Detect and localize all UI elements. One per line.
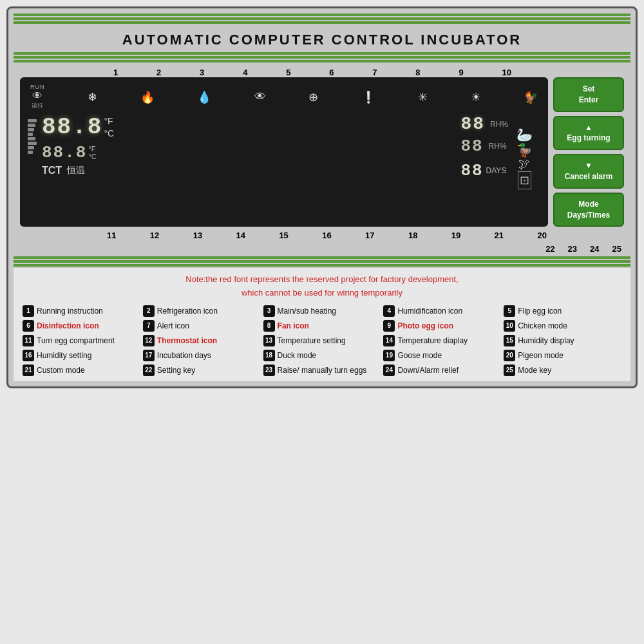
top-stripe	[14, 14, 630, 25]
label-13: 13	[193, 231, 202, 240]
legend-item-17: 17 Incubation days	[143, 350, 261, 361]
humidity-set-display: 88	[460, 137, 483, 156]
flip-egg-icon: 👁	[254, 90, 266, 104]
disinfection-icon: ⊕	[308, 90, 318, 104]
label-20: 20	[537, 231, 546, 240]
label-7: 7	[372, 68, 377, 77]
right-button-labels: 22 23 24 25	[14, 244, 630, 254]
legend-item-24: 24 Down/Alarm relief	[383, 365, 501, 376]
run-chinese-label: 运行	[32, 102, 43, 110]
display-section: RUN 👁 运行 ❄ 🔥 💧 👁 ⊕ ❕ ✳ ☀	[14, 77, 630, 227]
label-18: 18	[408, 231, 417, 240]
days-display: 88	[460, 161, 483, 180]
legend-item-7: 7 Alert icon	[143, 320, 261, 332]
legend-text-10: Chicken mode	[518, 321, 567, 330]
legend-num-18: 18	[263, 350, 275, 361]
legend-num-15: 15	[504, 335, 515, 346]
legend-item-4: 4 Humidification icon	[383, 305, 501, 317]
legend-num-16: 16	[23, 350, 34, 361]
legend-num-20: 20	[504, 350, 515, 361]
label-23: 23	[568, 244, 577, 254]
legend-num-3: 3	[263, 305, 275, 317]
run-label: RUN	[30, 84, 45, 90]
legend-num-10: 10	[504, 320, 515, 332]
run-section: RUN 👁 运行	[30, 84, 45, 110]
legend-num-6: 6	[23, 320, 34, 332]
note-text: Note:the red font represents the reserve…	[23, 273, 621, 300]
legend-num-25: 25	[504, 365, 515, 376]
label-22: 22	[545, 244, 554, 254]
label-16: 16	[322, 231, 331, 240]
bird-icons-area: 🦢 🦆 🕊 ⊡	[508, 114, 540, 189]
legend-text-19: Goose mode	[397, 351, 442, 360]
set-enter-button[interactable]: Set Enter	[553, 77, 624, 112]
legend-item-11: 11 Turn egg compartment	[23, 335, 140, 346]
alert-icon: ❕	[361, 90, 375, 104]
legend-text-25: Mode key	[518, 366, 551, 375]
legend-num-13: 13	[263, 335, 275, 346]
legend-text-7: Alert icon	[157, 321, 189, 330]
legend-text-3: Main/sub heating	[278, 307, 336, 316]
legend-text-1: Running instruction	[37, 307, 103, 316]
mode-button[interactable]: Mode Days/Times	[553, 193, 624, 227]
legend-num-19: 19	[383, 350, 395, 361]
main-title: AUTOMATIC COMPUTER CONTROL INCUBATOR	[14, 28, 630, 52]
temp-set-display: 88.8	[42, 143, 87, 162]
legend-item-19: 19 Goose mode	[383, 350, 501, 361]
legend-item-23: 23 Raise/ manually turn eggs	[263, 365, 381, 376]
mid-stripe	[14, 52, 630, 64]
legend-item-9: 9 Photo egg icon	[383, 320, 501, 332]
label-17: 17	[365, 231, 374, 240]
legend-num-5: 5	[504, 305, 515, 317]
legend-item-2: 2 Refrigeration icon	[143, 305, 261, 317]
legend-item-14: 14 Temperature diaplay	[383, 335, 501, 346]
photo-egg-icon: ☀	[471, 90, 481, 104]
legend-text-23: Raise/ manually turn eggs	[278, 366, 367, 375]
label-9: 9	[459, 68, 463, 77]
label-1: 1	[113, 68, 118, 77]
temp-main-row: 88.8 °F °C	[42, 114, 454, 140]
legend-num-9: 9	[383, 320, 395, 332]
humidity-set-row: 88 RH%	[460, 137, 508, 156]
cancel-alarm-button[interactable]: ▼ Cancel alarm	[553, 154, 624, 189]
legend-num-8: 8	[263, 320, 275, 332]
legend-text-8: Fan icon	[278, 321, 309, 330]
label-4: 4	[243, 68, 247, 77]
legend-item-22: 22 Setting key	[143, 365, 261, 376]
heating-icon: 🔥	[140, 90, 155, 104]
pigeon-icon: 🕊	[518, 158, 530, 171]
legend-text-11: Turn egg compartment	[37, 336, 115, 345]
temperature-display-area: 88.8 °F °C 88.8 °F	[28, 114, 454, 189]
legend-num-12: 12	[143, 335, 155, 346]
celsius-unit: °C	[104, 128, 114, 139]
legend-num-24: 24	[383, 365, 395, 376]
tct-row: TCT 恒温	[42, 165, 454, 176]
legend-text-22: Setting key	[157, 366, 195, 375]
legend-num-11: 11	[23, 335, 34, 346]
label-25: 25	[612, 244, 621, 254]
temp-main-display: 88.8	[42, 114, 102, 140]
label-15: 15	[279, 231, 288, 240]
humidity-main-row: 88 RH%	[460, 114, 508, 134]
label-21: 21	[495, 231, 504, 240]
label-3: 3	[200, 68, 204, 77]
label-24: 24	[590, 244, 599, 254]
label-12: 12	[150, 231, 159, 240]
egg-turning-button[interactable]: ▲ Egg turning	[553, 116, 624, 151]
humidity-main-display: 88	[460, 114, 485, 134]
legend-text-9: Photo egg icon	[397, 321, 453, 330]
days-label: DAYS	[486, 166, 507, 175]
legend-item-18: 18 Duck mode	[263, 350, 381, 361]
legend-item-3: 3 Main/sub heating	[263, 305, 381, 317]
legend-text-20: Pigeon mode	[518, 351, 564, 360]
legend-text-5: Flip egg icon	[518, 307, 562, 316]
bottom-stripe	[14, 256, 630, 268]
legend-num-21: 21	[23, 365, 34, 376]
legend-item-8: 8 Fan icon	[263, 320, 381, 332]
label-19: 19	[451, 231, 460, 240]
legend-grid: 1 Running instruction 2 Refrigeration ic…	[23, 305, 621, 376]
legend-num-2: 2	[143, 305, 155, 317]
days-row: 88 DAYS	[460, 161, 508, 180]
buttons-panel: Set Enter ▲ Egg turning ▼ Cancel alarm M…	[553, 77, 624, 227]
legend-item-1: 1 Running instruction	[23, 305, 140, 317]
